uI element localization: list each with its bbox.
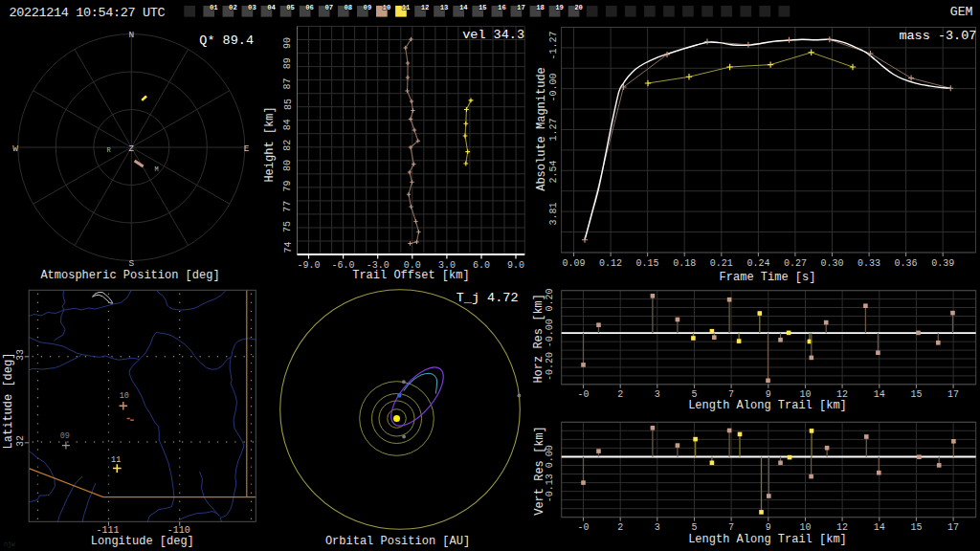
svg-text:9.0: 9.0 <box>507 260 524 271</box>
svg-text:12: 12 <box>421 4 430 11</box>
svg-text:03: 03 <box>248 4 256 11</box>
svg-text:13: 13 <box>440 4 449 11</box>
svg-text:15: 15 <box>910 389 922 400</box>
svg-text:75: 75 <box>283 221 294 232</box>
svg-text:02: 02 <box>229 4 237 11</box>
svg-text:0.39: 0.39 <box>931 258 954 269</box>
svg-text:79: 79 <box>283 180 294 191</box>
svg-text:17: 17 <box>947 522 959 533</box>
svg-text:Vert Res [km]: Vert Res [km] <box>533 426 546 516</box>
svg-text:77: 77 <box>283 201 294 212</box>
svg-text:Height [km]: Height [km] <box>263 106 277 182</box>
svg-text:19: 19 <box>555 4 564 11</box>
svg-text:85: 85 <box>283 99 294 110</box>
svg-text:vel 34.3: vel 34.3 <box>462 28 524 42</box>
svg-text:Absolute Magnitude: Absolute Magnitude <box>535 67 548 191</box>
svg-text:08: 08 <box>344 4 352 11</box>
svg-text:3: 3 <box>655 389 660 400</box>
svg-text:Length Along Trail [km]: Length Along Trail [km] <box>688 399 847 412</box>
svg-text:-9.0: -9.0 <box>297 260 320 271</box>
svg-text:-6.0: -6.0 <box>332 260 355 271</box>
svg-text:80: 80 <box>283 160 294 171</box>
svg-text:7: 7 <box>728 522 734 533</box>
svg-text:2.54: 2.54 <box>548 160 559 183</box>
svg-text:04: 04 <box>267 4 276 11</box>
svg-text:11: 11 <box>402 4 411 11</box>
svg-text:2: 2 <box>617 389 623 400</box>
svg-text:T_j 4.72: T_j 4.72 <box>457 291 519 305</box>
svg-text:05: 05 <box>286 4 295 11</box>
svg-text:15: 15 <box>910 522 922 533</box>
svg-text:0.12: 0.12 <box>599 258 622 269</box>
svg-text:09: 09 <box>364 4 372 11</box>
svg-text:09: 09 <box>60 431 70 441</box>
svg-text:87: 87 <box>283 78 294 90</box>
svg-text:Longitude [deg]: Longitude [deg] <box>91 535 194 548</box>
svg-text:Z: Z <box>129 144 135 154</box>
svg-text:15: 15 <box>479 4 487 11</box>
svg-text:-0.00: -0.00 <box>548 73 559 101</box>
svg-text:14: 14 <box>874 389 885 400</box>
svg-text:-0: -0 <box>577 522 589 533</box>
svg-text:20221214 10:54:27 UTC: 20221214 10:54:27 UTC <box>9 6 165 20</box>
svg-text:16: 16 <box>498 4 506 11</box>
svg-text:0.21: 0.21 <box>710 258 733 269</box>
svg-text:10: 10 <box>383 4 391 11</box>
svg-text:01: 01 <box>210 4 218 11</box>
svg-text:Trail Offset [km]: Trail Offset [km] <box>352 269 469 282</box>
svg-text:74: 74 <box>283 241 294 253</box>
svg-text:5: 5 <box>691 522 697 533</box>
svg-text:0.30: 0.30 <box>820 258 843 269</box>
svg-text:0.33: 0.33 <box>858 258 880 269</box>
svg-text:njw: njw <box>4 541 15 548</box>
svg-text:14: 14 <box>459 4 468 11</box>
svg-text:M: M <box>154 165 158 173</box>
svg-text:20: 20 <box>574 4 583 11</box>
svg-text:10: 10 <box>799 522 811 533</box>
svg-text:89: 89 <box>283 57 294 69</box>
svg-text:Q* 89.4: Q* 89.4 <box>199 33 254 48</box>
svg-text:GEM: GEM <box>950 5 973 19</box>
svg-text:Orbital Position [AU]: Orbital Position [AU] <box>325 535 470 548</box>
svg-text:3.81: 3.81 <box>548 202 559 225</box>
svg-text:2: 2 <box>617 522 623 533</box>
svg-text:18: 18 <box>536 4 545 11</box>
svg-text:0.24: 0.24 <box>746 258 769 269</box>
svg-text:6.0: 6.0 <box>473 260 490 271</box>
svg-text:Latitude [deg]: Latitude [deg] <box>2 353 15 450</box>
svg-text:33: 33 <box>15 349 26 361</box>
svg-text:11: 11 <box>111 455 121 465</box>
svg-text:17: 17 <box>947 389 959 400</box>
svg-text:Length Along Trail [km]: Length Along Trail [km] <box>688 533 847 546</box>
svg-text:17: 17 <box>517 4 525 11</box>
svg-text:32: 32 <box>15 435 26 447</box>
svg-text:90: 90 <box>283 37 294 49</box>
svg-text:14: 14 <box>874 522 885 533</box>
svg-text:E: E <box>244 143 250 154</box>
svg-text:W: W <box>12 143 18 154</box>
svg-text:82: 82 <box>283 140 294 151</box>
svg-text:0.36: 0.36 <box>895 258 918 269</box>
svg-text:Atmospheric Position [deg]: Atmospheric Position [deg] <box>40 269 219 282</box>
svg-text:12: 12 <box>836 522 848 533</box>
svg-text:0.09: 0.09 <box>562 258 585 269</box>
svg-text:mass -3.07: mass -3.07 <box>899 29 976 43</box>
svg-text:-1.27: -1.27 <box>548 31 559 59</box>
svg-text:0.15: 0.15 <box>636 258 659 269</box>
svg-text:-0: -0 <box>577 389 589 400</box>
svg-text:Frame Time [s]: Frame Time [s] <box>720 271 816 284</box>
svg-text:0.27: 0.27 <box>784 258 807 269</box>
svg-text:0.18: 0.18 <box>673 258 696 269</box>
svg-text:1.27: 1.27 <box>548 118 559 141</box>
svg-text:3: 3 <box>655 522 660 533</box>
svg-text:N: N <box>128 30 134 40</box>
svg-text:07: 07 <box>324 4 333 11</box>
svg-text:84: 84 <box>283 119 294 130</box>
svg-text:Horz Res [km]: Horz Res [km] <box>533 294 546 384</box>
svg-text:9: 9 <box>766 522 771 533</box>
svg-text:06: 06 <box>305 4 314 11</box>
svg-text:10: 10 <box>120 391 129 401</box>
